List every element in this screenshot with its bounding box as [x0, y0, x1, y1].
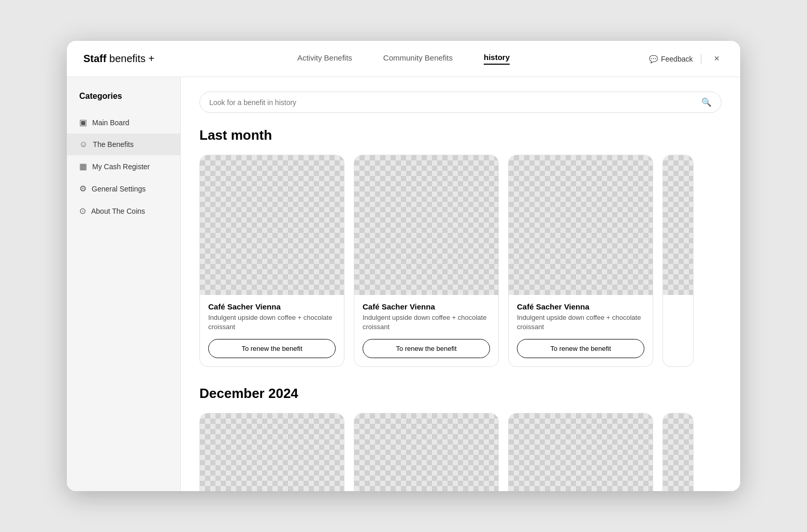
- sidebar-label-general-settings: General Settings: [92, 185, 146, 193]
- dec-card-2: [354, 413, 499, 491]
- sidebar-item-my-cash-register[interactable]: ▦ My Cash Register: [67, 155, 180, 178]
- sidebar: Categories ▣ Main Board ☺ The Benefits ▦…: [67, 77, 181, 491]
- section-title-december: December 2024: [199, 386, 722, 402]
- settings-icon: ⚙: [79, 184, 87, 194]
- sidebar-item-general-settings[interactable]: ⚙ General Settings: [67, 178, 180, 200]
- logo-rest: benefits +: [106, 53, 154, 64]
- feedback-button[interactable]: 💬 Feedback: [649, 55, 693, 63]
- card-title-1: Café Sacher Vienna: [208, 302, 336, 311]
- dec-card-image-2: [354, 413, 498, 491]
- nav-links: Activity Benefits Community Benefits his…: [297, 53, 510, 65]
- nav-history[interactable]: history: [484, 53, 510, 65]
- search-icon: 🔍: [701, 97, 712, 107]
- dec-card-4-partial: [662, 413, 694, 491]
- sidebar-label-the-benefits: The Benefits: [93, 140, 134, 149]
- card-image-1: [200, 155, 344, 295]
- sidebar-item-main-board[interactable]: ▣ Main Board: [67, 111, 180, 134]
- cards-row-last-month: Café Sacher Vienna Indulgent upside down…: [199, 155, 722, 367]
- sidebar-label-about-the-coins: About The Coins: [91, 207, 145, 215]
- renew-button-3[interactable]: To renew the benefit: [517, 339, 644, 358]
- sidebar-title: Categories: [67, 92, 180, 111]
- card-title-3: Café Sacher Vienna: [517, 302, 644, 311]
- benefit-card-1: Café Sacher Vienna Indulgent upside down…: [199, 155, 344, 367]
- main-content: 🔍 Last month Café Sacher Vienna Indulgen…: [181, 77, 740, 491]
- cards-row-december: [199, 413, 722, 491]
- sidebar-item-about-the-coins[interactable]: ⊙ About The Coins: [67, 200, 180, 222]
- close-button[interactable]: ×: [710, 51, 724, 66]
- feedback-label: Feedback: [661, 55, 693, 63]
- benefit-card-3: Café Sacher Vienna Indulgent upside down…: [508, 155, 653, 367]
- logo-bold: Staff: [83, 53, 106, 64]
- card-title-2: Café Sacher Vienna: [363, 302, 490, 311]
- header-divider: [701, 54, 701, 64]
- search-bar: 🔍: [199, 92, 722, 113]
- card-desc-2: Indulgent upside down coffee + chocolate…: [363, 313, 490, 332]
- search-input[interactable]: [209, 98, 701, 107]
- logo: Staff benefits +: [83, 53, 154, 65]
- body-container: Categories ▣ Main Board ☺ The Benefits ▦…: [67, 77, 740, 491]
- header: Staff benefits + Activity Benefits Commu…: [67, 41, 740, 77]
- sidebar-label-my-cash-register: My Cash Register: [92, 162, 150, 171]
- dec-card-3: [508, 413, 653, 491]
- card-body-2: Café Sacher Vienna Indulgent upside down…: [354, 295, 498, 366]
- nav-activity[interactable]: Activity Benefits: [297, 53, 352, 64]
- cash-register-icon: ▦: [79, 161, 87, 171]
- sidebar-label-main-board: Main Board: [92, 119, 129, 127]
- the-benefits-icon: ☺: [79, 140, 88, 149]
- card-body-3: Café Sacher Vienna Indulgent upside down…: [509, 295, 653, 366]
- renew-button-1[interactable]: To renew the benefit: [208, 339, 336, 358]
- card-desc-3: Indulgent upside down coffee + chocolate…: [517, 313, 644, 332]
- nav-community[interactable]: Community Benefits: [383, 53, 453, 64]
- card-image-3: [509, 155, 653, 295]
- app-window: Staff benefits + Activity Benefits Commu…: [67, 41, 740, 491]
- benefit-card-4-partial: [662, 155, 694, 367]
- feedback-icon: 💬: [649, 55, 658, 63]
- renew-button-2[interactable]: To renew the benefit: [363, 339, 490, 358]
- coins-icon: ⊙: [79, 206, 86, 216]
- card-body-1: Café Sacher Vienna Indulgent upside down…: [200, 295, 344, 366]
- dec-card-image-1: [200, 413, 344, 491]
- section-title-last-month: Last month: [199, 127, 722, 143]
- dec-card-image-3: [509, 413, 653, 491]
- benefit-card-2: Café Sacher Vienna Indulgent upside down…: [354, 155, 499, 367]
- card-image-2: [354, 155, 498, 295]
- main-board-icon: ▣: [79, 117, 87, 127]
- card-image-4-partial: [663, 155, 693, 295]
- header-right: 💬 Feedback ×: [649, 51, 724, 66]
- dec-card-1: [199, 413, 344, 491]
- sidebar-item-the-benefits[interactable]: ☺ The Benefits: [67, 134, 180, 155]
- dec-card-image-4-partial: [663, 413, 693, 491]
- card-desc-1: Indulgent upside down coffee + chocolate…: [208, 313, 336, 332]
